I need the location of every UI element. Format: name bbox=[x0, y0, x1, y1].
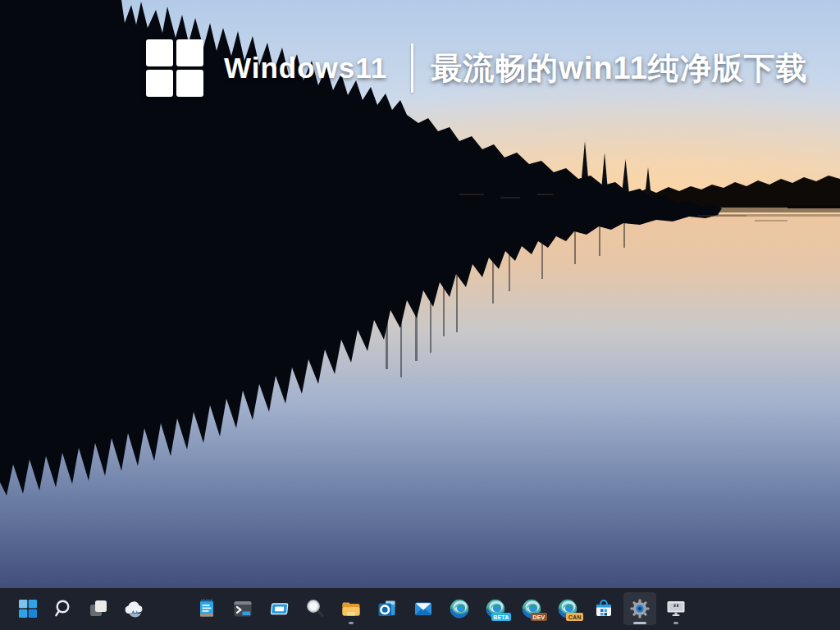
notepad-button[interactable] bbox=[190, 592, 223, 625]
task-view-icon bbox=[88, 598, 109, 619]
display-app-button[interactable] bbox=[660, 592, 692, 625]
edge-beta-button[interactable]: BETA bbox=[479, 592, 512, 625]
window-app-icon bbox=[268, 598, 290, 619]
microsoft-store-button[interactable] bbox=[587, 592, 620, 625]
magnifier-icon bbox=[304, 598, 326, 619]
display-monitor-icon bbox=[665, 598, 687, 619]
notepad-icon bbox=[196, 598, 217, 619]
taskbar: BETA DEV CAN bbox=[0, 587, 840, 630]
terminal-button[interactable] bbox=[226, 592, 259, 625]
terminal-icon bbox=[232, 598, 253, 619]
magnifier-button[interactable] bbox=[299, 592, 331, 625]
windows-start-icon bbox=[17, 598, 39, 619]
start-button[interactable] bbox=[11, 592, 44, 625]
settings-button[interactable] bbox=[623, 592, 656, 625]
beta-badge: BETA bbox=[491, 613, 511, 621]
search-icon bbox=[52, 598, 74, 619]
widgets-cloud-icon bbox=[123, 598, 144, 619]
running-indicator bbox=[673, 622, 678, 624]
brand-title: Windows11 bbox=[224, 52, 387, 84]
active-indicator bbox=[633, 622, 646, 624]
taskbar-system-group bbox=[11, 592, 150, 625]
window-app-button[interactable] bbox=[262, 592, 295, 625]
header-tagline: 最流畅的win11纯净版下载 bbox=[431, 48, 808, 89]
file-explorer-icon bbox=[340, 598, 362, 619]
widgets-button[interactable] bbox=[117, 592, 150, 625]
edge-button[interactable] bbox=[443, 592, 476, 625]
microsoft-store-icon bbox=[593, 598, 614, 619]
canary-badge: CAN bbox=[566, 613, 583, 621]
task-view-button[interactable] bbox=[82, 592, 115, 625]
mail-button[interactable] bbox=[407, 592, 440, 625]
running-indicator bbox=[349, 622, 354, 624]
edge-icon bbox=[449, 598, 470, 619]
header-divider bbox=[411, 43, 413, 93]
mail-icon bbox=[413, 598, 434, 619]
search-button[interactable] bbox=[47, 592, 80, 625]
windows-logo-icon bbox=[146, 39, 203, 97]
taskbar-pinned-group: BETA DEV CAN bbox=[190, 592, 692, 625]
edge-dev-button[interactable]: DEV bbox=[515, 592, 548, 625]
header-branding: Windows11 最流畅的win11纯净版下载 bbox=[146, 39, 808, 97]
dev-badge: DEV bbox=[531, 613, 547, 621]
outlook-button[interactable] bbox=[371, 592, 404, 625]
file-explorer-button[interactable] bbox=[335, 592, 368, 625]
settings-gear-icon bbox=[629, 598, 651, 619]
desktop: Windows11 最流畅的win11纯净版下载 bbox=[0, 0, 840, 630]
outlook-icon bbox=[377, 598, 398, 619]
edge-canary-button[interactable]: CAN bbox=[551, 592, 584, 625]
